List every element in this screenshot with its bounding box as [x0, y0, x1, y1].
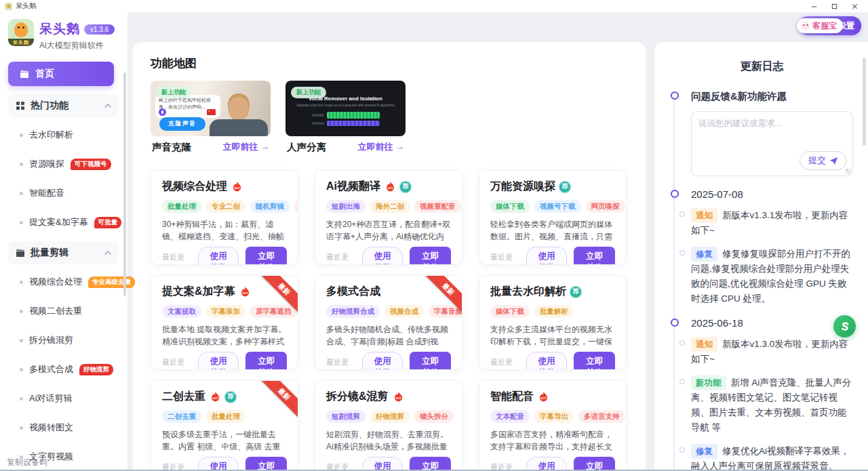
card-title: 批量去水印解析	[490, 285, 566, 299]
go-button[interactable]: 立即前往	[410, 457, 451, 471]
go-button[interactable]: 立即前往	[245, 457, 287, 471]
customer-service-badge[interactable]: 客服宝	[797, 18, 843, 33]
feature-card[interactable]: 视频综合处理HOT批量处理专业二创随机剪辑单项加工30+种剪辑手法，如：裁剪、滤…	[151, 170, 298, 265]
feature-card[interactable]: 万能资源嗅探荐媒体下载视频号下载网页嗅探轻松拿到各类客户端或网页的媒体数据。图片…	[479, 170, 627, 265]
page-title: 功能地图	[151, 56, 628, 71]
card-tag: 视频合成	[384, 305, 424, 318]
feature-card[interactable]: 智能配音HOT文本配音字幕导出多语言支持多国家语言支持，精准断句配音，支持字幕和…	[479, 380, 627, 471]
app-icon	[5, 3, 12, 10]
card-tag: 批量处理	[206, 410, 245, 423]
tutorial-button[interactable]: 使用教学	[526, 247, 568, 265]
sidebar: 呆头鹅 呆头鹅 v1.3.6 Ai大模型剪辑软件 首页 热门功能去水印解析资源嗅…	[0, 12, 127, 471]
go-button[interactable]: 立即前往	[574, 457, 615, 471]
card-updated: 最近更新：20...	[490, 357, 526, 370]
card-tag: 海外二创	[370, 200, 410, 213]
resize-handle[interactable]	[846, 169, 851, 174]
sidebar-item[interactable]: 视频转图文	[8, 417, 118, 438]
flame-hot-icon: HOT	[538, 391, 549, 403]
banner-title: 声音克隆	[152, 141, 191, 154]
tutorial-button[interactable]: 使用教学	[362, 247, 403, 265]
tutorial-button[interactable]: 使用教学	[198, 352, 239, 370]
sidebar-item[interactable]: 提文案&加字幕可批量	[8, 212, 118, 232]
submit-button[interactable]: 提交	[800, 151, 847, 170]
feature-card[interactable]: Ai视频翻译HOT荐短剧出海海外二创视频重配音支持20+种语言互译，配音翻译+双…	[315, 170, 462, 265]
card-updated: 最近更新：20...	[162, 357, 198, 370]
svg-text:HOT: HOT	[395, 397, 401, 400]
svg-text:HOT: HOT	[387, 187, 393, 190]
card-description: 支持众多主流媒体平台的视频无水印解析下载，可批量提交，一键保存全部视频，高...	[490, 324, 615, 348]
update-badge: 新功能	[691, 375, 726, 390]
card-tag: 文本配音	[490, 410, 530, 423]
feature-card[interactable]: 最新二创去重HOT荐二创去重批量处理预设多级去重手法，一键批量去重。内置 初级、…	[151, 380, 298, 471]
tutorial-button[interactable]: 使用教学	[362, 457, 403, 471]
minimize-button[interactable]	[811, 0, 817, 12]
go-button[interactable]: 立即前往	[410, 352, 451, 370]
panel-scrollbar-thumb[interactable]	[863, 58, 866, 146]
bullet-dot-icon	[20, 221, 23, 224]
voice-clone-banner-image: 新上功能 树上的叶子在风中轻轻摇曳，发出沙沙的声响... 克隆声音	[151, 81, 271, 136]
sidebar-section-header[interactable]: 批量剪辑	[8, 241, 118, 264]
sidebar-item[interactable]: 资源嗅探可下视频号	[8, 154, 118, 174]
update-entries: 2025-07-08通知新版本v1.3.1发布啦，更新内容如下~修复修复修复嗅探…	[691, 188, 853, 471]
microphone-icon	[159, 108, 166, 116]
close-button[interactable]	[852, 0, 858, 12]
card-footer: 最近更新：20...使用教学立即前往	[162, 247, 287, 265]
card-footer: 最近更新：20...使用教学立即前往	[326, 247, 451, 265]
tutorial-button[interactable]: 使用教学	[198, 457, 239, 471]
sidebar-item[interactable]: Ai对话剪辑	[8, 388, 118, 409]
go-button[interactable]: 立即前往	[574, 352, 615, 370]
card-title: 智能配音	[490, 390, 534, 404]
flame-hot-icon: HOT	[384, 181, 396, 192]
feature-card[interactable]: 批量去水印解析荐媒体下载批量解析支持众多主流媒体平台的视频无水印解析下载，可批量…	[479, 275, 627, 370]
tutorial-button[interactable]: 使用教学	[362, 352, 403, 370]
update-item: 通知新版本v1.3.1发布啦，更新内容如下~	[691, 208, 853, 238]
card-tags: 好物混剪合成视频合成字幕音频合成	[326, 305, 451, 318]
card-title: 视频综合处理	[162, 180, 227, 194]
clone-voice-button[interactable]: 克隆声音	[159, 117, 205, 131]
go-button[interactable]: 立即前往	[574, 247, 615, 265]
go-now-link[interactable]: 立即前往 →	[357, 141, 404, 153]
card-tag: 单项加工	[294, 200, 298, 213]
sidebar-item-badge: 可批量	[94, 217, 122, 228]
card-tag: 短剧混剪	[326, 410, 366, 423]
feature-card[interactable]: 拆分镜&混剪HOT短剧混剪好物混剪镜头拆分短剧混剪、好物混剪、去重混剪。Ai精准…	[315, 380, 462, 471]
card-updated: 最近更新：20...	[326, 252, 362, 265]
swirl-logo-icon	[838, 320, 852, 333]
feature-card[interactable]: 最新多模式合成好物混剪合成视频合成字幕音频合成多镜头好物随机合成、传统多视频合成…	[315, 275, 462, 370]
sidebar-section-header[interactable]: 热门功能	[8, 94, 118, 117]
go-button[interactable]: 立即前往	[245, 247, 287, 265]
card-tag: 视频重配音	[414, 200, 461, 213]
feature-card-grid: 视频综合处理HOT批量处理专业二创随机剪辑单项加工30+种剪辑手法，如：裁剪、滤…	[151, 170, 628, 471]
sidebar-item[interactable]: 视频二创去重	[8, 301, 118, 321]
tutorial-button[interactable]: 使用教学	[526, 352, 568, 370]
sidebar-item[interactable]: 智能配音	[8, 183, 118, 203]
card-footer: 最近更新：20...使用教学立即前往	[490, 247, 615, 265]
sidebar-item[interactable]: 去水印解析	[8, 125, 118, 145]
feedback-input[interactable]	[692, 112, 852, 151]
main-panel: 功能地图 新上功能 树上的叶子在风中轻轻摇曳，发出沙沙的声响... 克隆声音 声…	[133, 42, 646, 471]
update-date: 2025-06-18	[691, 317, 853, 329]
maximize-button[interactable]	[831, 0, 837, 12]
sidebar-item-badge: 可下视频号	[71, 159, 111, 170]
go-now-link[interactable]: 立即前往 →	[222, 141, 269, 153]
feature-card[interactable]: 最新提文案&加字幕HOT文案提取字幕添加原字幕遮挡批量本地 提取视频文案并加字幕…	[151, 275, 298, 370]
sidebar-scrollbar-thumb[interactable]	[123, 73, 126, 296]
banner-voice-clone[interactable]: 新上功能 树上的叶子在风中轻轻摇曳，发出沙沙的声响... 克隆声音 声音克隆 立…	[151, 81, 271, 158]
sidebar-item[interactable]: 拆分镜混剪	[8, 330, 118, 350]
customer-service-float-button[interactable]	[833, 315, 856, 337]
go-button[interactable]: 立即前往	[245, 352, 287, 370]
sidebar-item[interactable]: 多模式合成好物混剪	[8, 359, 118, 380]
copy-device-code-link[interactable]: 复制设备码	[7, 457, 47, 468]
sidebar-item-label: 视频转图文	[29, 422, 73, 434]
china-flag-icon	[207, 109, 216, 115]
sidebar-item-home[interactable]: 首页	[8, 62, 114, 86]
sidebar-item[interactable]: 视频综合处理专业高级去重	[8, 272, 118, 292]
go-button[interactable]: 立即前往	[410, 247, 451, 265]
banner-vocal-remover[interactable]: 新上功能 Vocal Remover and Isolation Separat…	[285, 81, 406, 158]
card-tag: 视频号下载	[534, 200, 581, 213]
tutorial-button[interactable]: 使用教学	[198, 247, 239, 265]
tutorial-button[interactable]: 使用教学	[526, 457, 568, 471]
banner-title: 人声分离	[287, 141, 326, 154]
card-title-row: 多模式合成	[326, 285, 451, 299]
update-badge: 通知	[691, 208, 717, 223]
